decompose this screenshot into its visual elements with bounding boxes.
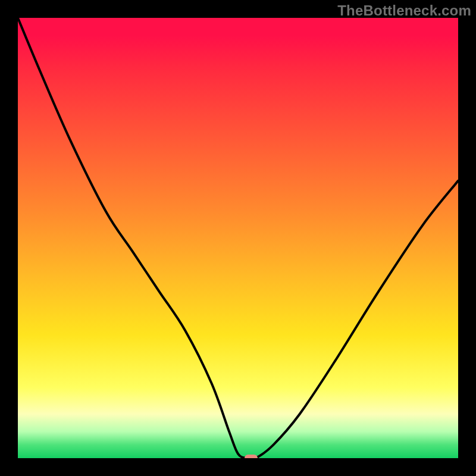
chart-stage: TheBottleneck.com	[0, 0, 476, 476]
bottleneck-curve-path	[18, 18, 458, 458]
plot-area	[18, 18, 458, 458]
attribution-text: TheBottleneck.com	[337, 2, 471, 19]
minimum-marker	[245, 455, 258, 458]
curve-svg	[18, 18, 458, 458]
